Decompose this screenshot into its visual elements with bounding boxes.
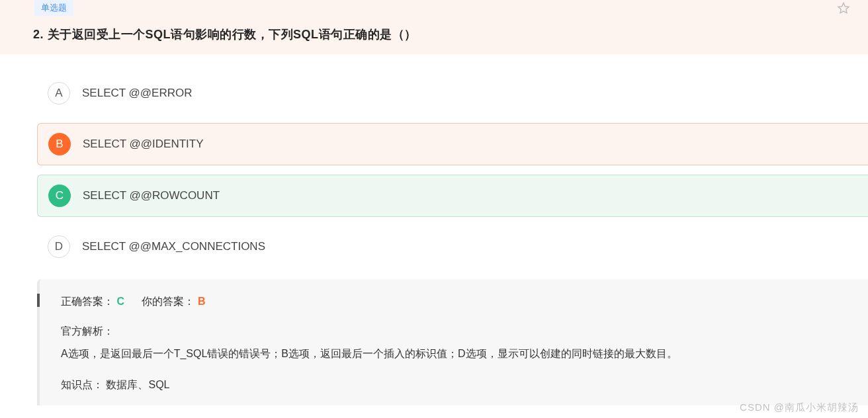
option-a[interactable]: A SELECT @@ERROR [37,73,868,114]
user-answer-label: 你的答案： [142,296,195,307]
options-list: A SELECT @@ERROR B SELECT @@IDENTITY C S… [0,54,868,267]
option-d[interactable]: D SELECT @@MAX_CONNECTIONS [37,226,868,267]
user-answer-value: B [198,296,206,307]
question-title: 2. 关于返回受上一个SQL语句影响的行数，下列SQL语句正确的是（） [21,19,847,42]
explanation-title: 官方解析： [61,325,847,339]
correct-answer-label: 正确答案： [61,296,114,307]
answer-line: 正确答案： C 你的答案： B [61,295,847,309]
explanation-panel: 正确答案： C 你的答案： B 官方解析： A选项，是返回最后一个T_SQL错误… [37,279,868,405]
explanation-text: A选项，是返回最后一个T_SQL错误的错误号；B选项，返回最后一个插入的标识值；… [61,344,847,364]
option-badge-a: A [48,82,70,104]
question-type-tag: 单选题 [34,0,73,16]
option-c[interactable]: C SELECT @@ROWCOUNT [37,175,868,217]
option-badge-c: C [48,185,71,207]
option-badge-d: D [48,235,70,258]
option-text-b: SELECT @@IDENTITY [83,138,204,151]
option-text-c: SELECT @@ROWCOUNT [83,189,220,202]
option-b[interactable]: B SELECT @@IDENTITY [37,123,868,165]
option-text-a: SELECT @@ERROR [82,87,192,100]
explanation-marker-icon [37,294,40,307]
question-text: 关于返回受上一个SQL语句影响的行数，下列SQL语句正确的是（） [48,28,417,41]
question-number: 2. [33,28,44,41]
knowledge-value: 数据库、SQL [106,379,169,390]
option-badge-b: B [48,133,71,155]
correct-answer-value: C [116,296,124,307]
option-text-d: SELECT @@MAX_CONNECTIONS [82,240,265,253]
knowledge-label: 知识点： [61,379,103,390]
question-header: 单选题 2. 关于返回受上一个SQL语句影响的行数，下列SQL语句正确的是（） [0,0,868,54]
favorite-star-icon[interactable] [836,1,851,16]
knowledge-points: 知识点： 数据库、SQL [61,378,847,392]
